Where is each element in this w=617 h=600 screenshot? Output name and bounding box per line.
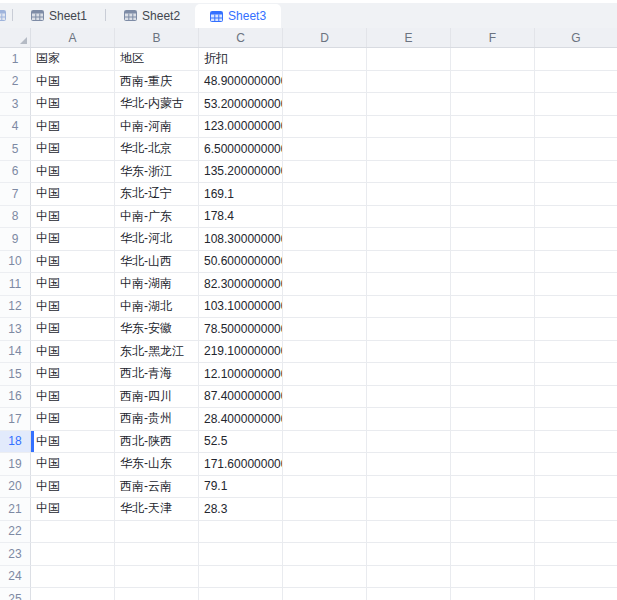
cell-B11[interactable]: 中南-湖南 bbox=[115, 273, 199, 296]
cell-B4[interactable]: 中南-河南 bbox=[115, 116, 199, 139]
sheet-tab-sheet1[interactable]: Sheet1 bbox=[16, 3, 102, 28]
cell-B16[interactable]: 西南-四川 bbox=[115, 386, 199, 409]
cell-E25[interactable] bbox=[367, 588, 451, 600]
cell-D11[interactable] bbox=[283, 273, 367, 296]
cell-B18[interactable]: 西北-陕西 bbox=[115, 431, 199, 454]
cell-D3[interactable] bbox=[283, 93, 367, 116]
cell-G14[interactable] bbox=[535, 341, 617, 364]
cell-G13[interactable] bbox=[535, 318, 617, 341]
select-all-corner[interactable] bbox=[0, 28, 31, 47]
cell-E19[interactable] bbox=[367, 453, 451, 476]
row-number-19[interactable]: 19 bbox=[0, 453, 31, 476]
cell-D20[interactable] bbox=[283, 476, 367, 499]
cell-E18[interactable] bbox=[367, 431, 451, 454]
cell-E9[interactable] bbox=[367, 228, 451, 251]
row-number-2[interactable]: 2 bbox=[0, 71, 31, 94]
cell-G23[interactable] bbox=[535, 543, 617, 566]
cell-A19[interactable]: 中国 bbox=[31, 453, 115, 476]
cell-C5[interactable]: 6.50000000000 bbox=[199, 138, 283, 161]
cell-B8[interactable]: 中南-广东 bbox=[115, 206, 199, 229]
cell-E17[interactable] bbox=[367, 408, 451, 431]
cell-E5[interactable] bbox=[367, 138, 451, 161]
cell-A3[interactable]: 中国 bbox=[31, 93, 115, 116]
row-number-6[interactable]: 6 bbox=[0, 161, 31, 184]
cell-G2[interactable] bbox=[535, 71, 617, 94]
cell-F8[interactable] bbox=[451, 206, 535, 229]
cell-C15[interactable]: 12.1000000000 bbox=[199, 363, 283, 386]
row-number-9[interactable]: 9 bbox=[0, 228, 31, 251]
cell-G21[interactable] bbox=[535, 498, 617, 521]
cell-E23[interactable] bbox=[367, 543, 451, 566]
cell-B22[interactable] bbox=[115, 521, 199, 544]
cell-F20[interactable] bbox=[451, 476, 535, 499]
cell-E2[interactable] bbox=[367, 71, 451, 94]
row-number-25[interactable]: 25 bbox=[0, 588, 31, 600]
cell-A14[interactable]: 中国 bbox=[31, 341, 115, 364]
cell-B25[interactable] bbox=[115, 588, 199, 600]
cell-D23[interactable] bbox=[283, 543, 367, 566]
cell-G1[interactable] bbox=[535, 48, 617, 71]
row-number-16[interactable]: 16 bbox=[0, 386, 31, 409]
cell-A21[interactable]: 中国 bbox=[31, 498, 115, 521]
cell-F1[interactable] bbox=[451, 48, 535, 71]
cell-D16[interactable] bbox=[283, 386, 367, 409]
row-number-13[interactable]: 13 bbox=[0, 318, 31, 341]
cell-A8[interactable]: 中国 bbox=[31, 206, 115, 229]
cell-F11[interactable] bbox=[451, 273, 535, 296]
cell-B2[interactable]: 西南-重庆 bbox=[115, 71, 199, 94]
cell-B1[interactable]: 地区 bbox=[115, 48, 199, 71]
cell-D14[interactable] bbox=[283, 341, 367, 364]
cell-D6[interactable] bbox=[283, 161, 367, 184]
cell-G24[interactable] bbox=[535, 566, 617, 589]
cell-G7[interactable] bbox=[535, 183, 617, 206]
cell-G12[interactable] bbox=[535, 296, 617, 319]
cell-E8[interactable] bbox=[367, 206, 451, 229]
cell-C10[interactable]: 50.6000000000 bbox=[199, 251, 283, 274]
cell-F23[interactable] bbox=[451, 543, 535, 566]
row-number-12[interactable]: 12 bbox=[0, 296, 31, 319]
cell-B19[interactable]: 华东-山东 bbox=[115, 453, 199, 476]
row-number-7[interactable]: 7 bbox=[0, 183, 31, 206]
row-number-17[interactable]: 17 bbox=[0, 408, 31, 431]
cell-F17[interactable] bbox=[451, 408, 535, 431]
row-number-11[interactable]: 11 bbox=[0, 273, 31, 296]
row-number-18[interactable]: 18 bbox=[0, 431, 31, 454]
cell-C25[interactable] bbox=[199, 588, 283, 600]
cell-G10[interactable] bbox=[535, 251, 617, 274]
cell-C2[interactable]: 48.9000000000 bbox=[199, 71, 283, 94]
cell-E24[interactable] bbox=[367, 566, 451, 589]
cell-F21[interactable] bbox=[451, 498, 535, 521]
row-number-15[interactable]: 15 bbox=[0, 363, 31, 386]
cell-C7[interactable]: 169.1 bbox=[199, 183, 283, 206]
row-number-23[interactable]: 23 bbox=[0, 543, 31, 566]
cell-D19[interactable] bbox=[283, 453, 367, 476]
cell-A1[interactable]: 国家 bbox=[31, 48, 115, 71]
column-header-F[interactable]: F bbox=[451, 28, 535, 47]
cell-A15[interactable]: 中国 bbox=[31, 363, 115, 386]
cell-C1[interactable]: 折扣 bbox=[199, 48, 283, 71]
row-number-8[interactable]: 8 bbox=[0, 206, 31, 229]
cell-A4[interactable]: 中国 bbox=[31, 116, 115, 139]
cell-E22[interactable] bbox=[367, 521, 451, 544]
cell-C9[interactable]: 108.300000000 bbox=[199, 228, 283, 251]
cell-A7[interactable]: 中国 bbox=[31, 183, 115, 206]
cell-D18[interactable] bbox=[283, 431, 367, 454]
cell-G22[interactable] bbox=[535, 521, 617, 544]
cell-A5[interactable]: 中国 bbox=[31, 138, 115, 161]
sheet-tab-sheet3[interactable]: Sheet3 bbox=[195, 4, 281, 28]
cell-B14[interactable]: 东北-黑龙江 bbox=[115, 341, 199, 364]
cell-C20[interactable]: 79.1 bbox=[199, 476, 283, 499]
cell-F16[interactable] bbox=[451, 386, 535, 409]
cell-F10[interactable] bbox=[451, 251, 535, 274]
cell-E3[interactable] bbox=[367, 93, 451, 116]
cell-G9[interactable] bbox=[535, 228, 617, 251]
cell-E13[interactable] bbox=[367, 318, 451, 341]
cell-D15[interactable] bbox=[283, 363, 367, 386]
cell-F25[interactable] bbox=[451, 588, 535, 600]
cell-B17[interactable]: 西南-贵州 bbox=[115, 408, 199, 431]
cell-C18[interactable]: 52.5 bbox=[199, 431, 283, 454]
cell-F5[interactable] bbox=[451, 138, 535, 161]
cell-B21[interactable]: 华北-天津 bbox=[115, 498, 199, 521]
cell-G11[interactable] bbox=[535, 273, 617, 296]
cell-E10[interactable] bbox=[367, 251, 451, 274]
